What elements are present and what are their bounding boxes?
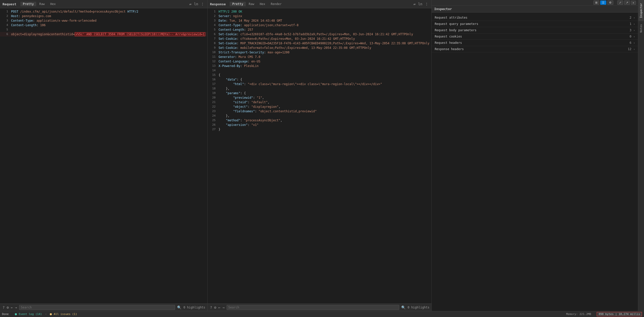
response-line-14: 14	[208, 68, 431, 73]
side-tab-notes[interactable]: Notes	[638, 21, 644, 36]
menu-icon[interactable]: ⋮	[200, 2, 205, 7]
back-icon-response[interactable]: ←	[218, 305, 221, 310]
inspector-row-label-0: Request attributes	[435, 16, 630, 19]
event-dot-yellow	[50, 313, 52, 315]
request-tabs: Pretty Raw Hex	[20, 2, 58, 6]
inspector-title: Inspector	[434, 7, 452, 11]
help-icon-response[interactable]: ?	[210, 305, 213, 310]
response-line-17: 17 "html": "<div class=\"mura-region\"><…	[208, 82, 431, 86]
chevron-icon-4: ›	[633, 42, 635, 44]
response-line-21: 21 "siteid": "default",	[208, 100, 431, 104]
search-icon-request[interactable]: 🔍	[177, 305, 182, 310]
inspector-row-response-headers[interactable]: Response headers 12 ›	[432, 46, 638, 52]
memory-label: Memory: 221.2MB	[566, 312, 591, 316]
response-line-24: 24 },	[208, 114, 431, 118]
inspector-row-label-2: Request body parameters	[435, 28, 630, 32]
resize-btn[interactable]: ⤢	[617, 1, 623, 5]
back-icon-request[interactable]: ←	[10, 305, 13, 310]
inspector-body: Request attributes 2 › Request query par…	[432, 13, 638, 311]
ln-icon-response[interactable]: ln	[418, 2, 423, 7]
response-toolbar: ⇌ ln ⋮	[413, 2, 429, 7]
response-line-3: 3 Date: Tue, 14 May 2024 14:43:48 GMT	[208, 18, 431, 23]
inspector-row-count-5: 12	[628, 47, 631, 51]
bottom-events: Event log (14) • All issues (1)	[15, 312, 77, 316]
response-tabs: Pretty Raw Hex Render	[230, 2, 284, 6]
sql-injection-highlight: x%5c' AND (SELECT 3504 FROM (SELECT(SLEE…	[75, 32, 205, 36]
request-content: 1 POST /index.cfm/_api/json/v1/default/?…	[0, 8, 207, 303]
response-line-27: 27 }	[208, 127, 431, 132]
settings-icon-response[interactable]: ⚙	[214, 305, 217, 310]
forward-icon-response[interactable]: →	[222, 305, 225, 310]
tab-render-response[interactable]: Render	[268, 2, 284, 6]
response-line-7: 7 Set-Cookie: cftoken=0;Path=/;Expires=M…	[208, 37, 431, 41]
response-line-11: 11 Generator: Mura CMS 7.0	[208, 55, 431, 59]
inspector-row-body-params[interactable]: Request body parameters 3 ›	[432, 27, 638, 33]
inspector-row-request-headers[interactable]: Request headers 6 ›	[432, 40, 638, 46]
chevron-icon-2: ›	[633, 29, 635, 32]
search-icon-response[interactable]: 🔍	[401, 305, 406, 310]
inspector-header: Inspector	[432, 6, 638, 13]
response-line-16: 16 "data": {	[208, 77, 431, 82]
tab-hex-response[interactable]: Hex	[257, 2, 268, 6]
request-search-wrap	[19, 305, 175, 310]
response-search-wrap	[227, 305, 399, 310]
bottom-bar: Done Event log (14) • All issues (1) Mem…	[0, 311, 644, 317]
wrap-icon-response[interactable]: ⇌	[413, 2, 416, 7]
inspector-row-label-4: Request headers	[435, 41, 630, 45]
chevron-icon-1: ›	[633, 23, 635, 25]
request-title: Request	[3, 2, 16, 6]
tab-pretty-response[interactable]: Pretty	[230, 2, 246, 6]
response-title: Response	[210, 2, 226, 6]
response-search-bar: ? ⚙ ← → 🔍 0 highlights	[208, 303, 431, 311]
inspector-row-query-params[interactable]: Request query parameters 1 ›	[432, 21, 638, 27]
request-search-bar: ? ⚙ ← → 🔍 0 highlights	[0, 303, 207, 311]
ln-icon[interactable]: ln	[193, 2, 199, 7]
response-line-1: 1 HTTP/2 200 OK	[208, 9, 431, 14]
issues-label[interactable]: All issues (1)	[54, 312, 77, 316]
tab-hex-request[interactable]: Hex	[48, 2, 58, 6]
popout-btn[interactable]: ↗	[624, 1, 630, 5]
request-highlights: 0 highlights	[183, 306, 205, 309]
help-icon-request[interactable]: ?	[2, 305, 5, 310]
inspector-row-count-1: 1	[630, 22, 631, 26]
request-line-1: 1 POST /index.cfm/_api/json/v1/default/?…	[0, 9, 207, 14]
inspector-row-count-4: 6	[630, 41, 631, 45]
menu-icon-response[interactable]: ⋮	[424, 2, 429, 7]
chevron-icon-0: ›	[633, 16, 635, 19]
list-view-btn[interactable]: ☰	[600, 1, 606, 5]
request-search-input[interactable]	[19, 305, 175, 310]
side-tab-inspector[interactable]: Inspector	[638, 0, 644, 21]
wrap-icon[interactable]: ⇌	[189, 2, 192, 7]
chevron-icon-3: ›	[633, 35, 635, 38]
inspector-row-count-0: 2	[630, 16, 631, 19]
response-panel: Response Pretty Raw Hex Render ⇌ ln ⋮ 1 …	[208, 0, 432, 311]
event-log-label[interactable]: Event log (14)	[19, 312, 42, 316]
response-line-2: 2 Server: nginx	[208, 14, 431, 18]
bottom-bar-right: Memory: 221.2MB 898 bytes | 10,274 milli…	[566, 312, 642, 316]
grid-view-btn[interactable]: ⊞	[593, 1, 599, 5]
event-dot	[15, 313, 17, 315]
inspector-row-request-attributes[interactable]: Request attributes 2 ›	[432, 15, 638, 21]
inspector-row-count-3: 0	[630, 35, 631, 38]
settings-icon-request[interactable]: ⚙	[6, 305, 9, 310]
inspector-row-label-5: Response headers	[435, 47, 628, 51]
side-strip: Inspector Notes	[638, 0, 644, 311]
request-toolbar: ⇌ ln ⋮	[189, 2, 205, 7]
response-line-13: 13 X-Powered-By: PleskLin	[208, 64, 431, 68]
response-line-6: 6 Set-Cookie: cfid=e3269107-d3fe-44a0-bc…	[208, 32, 431, 37]
request-line-5: 5	[0, 27, 207, 32]
response-line-25: 25 "method": "processAsyncObject",	[208, 118, 431, 123]
inspector-row-cookies[interactable]: Request cookies 0 ›	[432, 33, 638, 40]
response-highlights: 0 highlights	[408, 306, 429, 309]
tab-pretty-request[interactable]: Pretty	[20, 2, 36, 6]
tab-raw-request[interactable]: Raw	[37, 2, 47, 6]
response-line-12: 12 Content-Language: en-US	[208, 59, 431, 64]
request-line-3: 3 Content-Type: application/x-www-form-u…	[0, 18, 207, 23]
forward-icon-request[interactable]: →	[14, 305, 17, 310]
close-btn[interactable]: ×	[631, 1, 636, 5]
tab-raw-response[interactable]: Raw	[246, 2, 257, 6]
response-line-8: 8 Set-Cookie: MXP_TRACKINGID=DA235F18-F4…	[208, 41, 431, 46]
response-search-icons: ? ⚙ ← →	[210, 305, 225, 310]
response-search-input[interactable]	[227, 305, 399, 310]
settings-btn[interactable]: ⚙	[607, 1, 613, 5]
